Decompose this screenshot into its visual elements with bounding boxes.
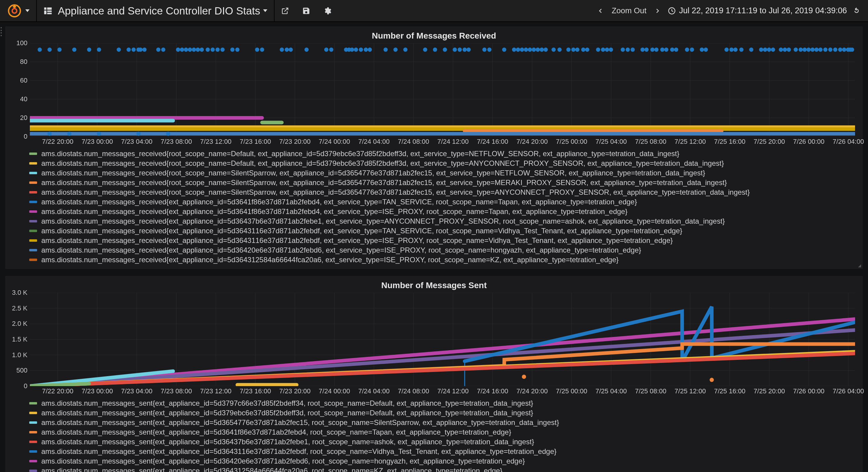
time-range-picker[interactable]: Jul 22, 2019 17:11:19 to Jul 26, 2019 04… [668,6,847,15]
legend-swatch [29,460,37,462]
legend-item[interactable]: ams.diostats.num_messages_sent{ext_appli… [29,408,844,417]
legend-label: ams.diostats.num_messages_sent{ext_appli… [41,399,533,408]
legend-swatch [29,162,37,164]
legend-item[interactable]: ams.diostats.num_messages_sent{ext_appli… [29,437,844,446]
chart-plot-area[interactable] [30,43,855,136]
legend-swatch [29,191,37,193]
legend-item[interactable]: ams.diostats.num_messages_received{ext_a… [29,255,844,264]
svg-point-85 [463,48,467,52]
x-tick: 7/25 04:00 [595,138,627,146]
legend-item[interactable]: ams.diostats.num_messages_received{ext_a… [29,236,844,245]
share-button[interactable] [275,0,296,22]
svg-point-153 [67,132,71,136]
x-tick: 7/23 12:00 [200,387,231,395]
svg-point-66 [289,48,293,52]
legend-item[interactable]: ams.diostats.num_messages_received{ext_a… [29,246,844,255]
app-menu[interactable] [0,0,37,22]
legend-label: ams.diostats.num_messages_received{root_… [41,168,705,178]
svg-point-74 [359,48,363,52]
svg-point-75 [364,48,368,52]
refresh-button[interactable] [850,5,863,17]
svg-point-137 [794,48,798,52]
svg-point-56 [206,48,210,52]
y-tick: 3.0 K [9,289,27,296]
svg-point-138 [799,48,803,52]
svg-point-79 [403,48,407,52]
legend-item[interactable]: ams.diostats.num_messages_sent{ext_appli… [29,457,844,466]
legend-item[interactable]: ams.diostats.num_messages_received{root_… [29,149,844,158]
panel-resize-handle[interactable] [856,262,861,268]
legend-swatch [29,172,37,174]
y-tick: 60 [9,76,27,84]
svg-point-83 [453,48,457,52]
svg-point-114 [644,48,649,52]
legend-item[interactable]: ams.diostats.num_messages_received{ext_a… [29,217,844,226]
legend-label: ams.diostats.num_messages_received{root_… [41,159,724,168]
legend-item[interactable]: ams.diostats.num_messages_received{root_… [29,178,844,187]
svg-point-155 [136,132,141,136]
legend-item[interactable]: ams.diostats.num_messages_sent{ext_appli… [29,428,844,437]
y-axis: 020406080100 [11,43,30,136]
svg-point-132 [767,48,771,52]
legend-item[interactable]: ams.diostats.num_messages_received{root_… [29,188,844,197]
svg-point-76 [368,48,372,52]
svg-point-42 [127,48,131,52]
chart-plot-area[interactable] [30,293,855,386]
svg-point-38 [72,48,76,52]
legend-label: ams.diostats.num_messages_sent{ext_appli… [41,418,559,427]
save-button[interactable] [296,0,317,22]
legend-swatch [29,230,37,232]
svg-point-125 [724,48,729,52]
dashboard-picker[interactable]: Appliance and Service Controller DIO Sta… [37,0,275,22]
x-tick: 7/25 12:00 [675,387,706,395]
x-tick: 7/23 00:00 [82,387,113,395]
time-back-button[interactable] [594,5,606,17]
chevron-down-icon [25,9,30,12]
dashboard-title: Appliance and Service Controller DIO Sta… [58,5,260,17]
x-tick: 7/23 20:00 [279,138,310,146]
legend-label: ams.diostats.num_messages_received{root_… [41,188,750,197]
legend-label: ams.diostats.num_messages_received{ext_a… [41,217,725,226]
row-drag-handle[interactable] [1,27,3,36]
settings-button[interactable] [317,0,338,22]
legend-item[interactable]: ams.diostats.num_messages_sent{ext_appli… [29,399,844,408]
x-tick: 7/24 12:00 [437,138,469,146]
svg-point-77 [383,48,388,52]
svg-point-143 [818,48,823,52]
toolbar-spacer [338,0,589,22]
legend-swatch [29,259,37,261]
y-tick: 80 [9,58,27,66]
svg-point-52 [188,48,192,52]
svg-point-145 [828,48,832,52]
svg-point-147 [838,48,842,52]
svg-point-112 [630,48,635,52]
legend-item[interactable]: ams.diostats.num_messages_received{ext_a… [29,197,844,207]
panel-messages-sent: Number of Messages Sent 05001.0 K1.5 K2.… [5,276,863,472]
legend-item[interactable]: ams.diostats.num_messages_received{root_… [29,159,844,168]
legend-item[interactable]: ams.diostats.num_messages_received{ext_a… [29,207,844,216]
legend-label: ams.diostats.num_messages_received{ext_a… [41,207,627,216]
legend-item[interactable]: ams.diostats.num_messages_received{root_… [29,168,844,178]
svg-point-113 [641,48,645,52]
svg-point-89 [502,48,506,52]
svg-point-131 [763,48,767,52]
legend-item[interactable]: ams.diostats.num_messages_sent{ext_appli… [29,418,844,427]
zoom-out-button[interactable]: Zoom Out [612,6,647,15]
svg-rect-4 [44,10,47,14]
svg-point-50 [180,48,184,52]
legend-item[interactable]: ams.diostats.num_messages_sent{ext_appli… [29,447,844,456]
legend-item[interactable]: ams.diostats.num_messages_received{ext_a… [29,226,844,235]
svg-point-127 [733,48,738,52]
y-tick: 100 [9,39,27,47]
svg-point-86 [467,48,471,52]
x-tick: 7/25 16:00 [714,387,745,395]
legend-label: ams.diostats.num_messages_received{ext_a… [41,236,673,245]
svg-point-121 [685,48,689,52]
x-tick: 7/26 00:00 [793,387,825,395]
y-tick: 2.5 K [9,305,27,312]
svg-point-108 [605,48,609,52]
legend-item[interactable]: ams.diostats.num_messages_sent{ext_appli… [29,466,844,472]
panel-messages-received: Number of Messages Received 020406080100… [5,27,863,269]
time-forward-button[interactable] [652,5,664,17]
time-range-text: Jul 22, 2019 17:11:19 to Jul 26, 2019 04… [679,6,847,15]
